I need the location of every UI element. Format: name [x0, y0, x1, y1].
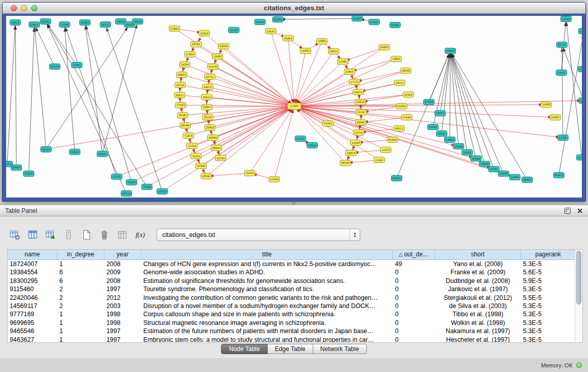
graph-node[interactable]: 16884 [317, 38, 328, 44]
graph-node[interactable]: 99084 [208, 135, 219, 141]
table-row[interactable]: 1830029562008Estimation of significance … [8, 277, 575, 285]
graph-node[interactable]: 41178 [208, 64, 219, 70]
graph-node[interactable]: 81820 [352, 16, 363, 21]
graph-node[interactable]: 76354 [245, 170, 255, 176]
graph-node[interactable]: 92450 [522, 177, 533, 183]
graph-node[interactable]: 14954 [445, 137, 455, 143]
graph-node[interactable]: 15164 [269, 177, 280, 182]
graph-node[interactable]: 32201 [300, 48, 311, 54]
graph-node[interactable]: 15722 [229, 27, 239, 33]
graph-node[interactable]: 18604 [480, 161, 490, 167]
graph-node[interactable]: 16162 [403, 92, 414, 97]
graph-node[interactable]: 99799 [180, 123, 191, 128]
graph-node[interactable]: 15951 [72, 62, 82, 68]
graph-node[interactable]: 13435 [556, 70, 567, 76]
graph-node[interactable]: 17330 [558, 135, 569, 141]
graph-node[interactable]: 35867 [202, 104, 212, 110]
table-row[interactable]: 977716911998Corpus callosum shape and si… [8, 310, 575, 318]
minimize-window-button[interactable] [21, 5, 27, 11]
graph-node[interactable]: 59055 [70, 149, 80, 155]
graph-node[interactable]: 30781 [178, 113, 188, 118]
table-row[interactable]: 946554611997Estimation of the future num… [8, 327, 575, 335]
graph-node[interactable]: 18010 [435, 111, 446, 116]
network-canvas[interactable]: 1724015822122141606117854142041803312752… [6, 16, 582, 198]
graph-node[interactable]: 26514 [121, 191, 132, 196]
graph-node[interactable]: 48508 [401, 68, 411, 74]
graph-node[interactable]: 44275 [203, 84, 213, 90]
graph-node[interactable]: 15664 [471, 156, 482, 161]
graph-node[interactable]: 48414 [211, 145, 222, 150]
graph-node[interactable]: 71254 [183, 133, 194, 139]
column-icon[interactable] [62, 228, 75, 242]
table-settings-icon[interactable] [8, 228, 21, 242]
delete-icon[interactable] [98, 228, 111, 242]
graph-node[interactable]: 92774 [557, 42, 568, 48]
graph-node[interactable]: 13216 [355, 99, 366, 105]
graph-node[interactable]: 47670 [381, 147, 391, 152]
graph-node[interactable]: 45345 [295, 136, 306, 142]
graph-node[interactable]: 16325 [579, 28, 582, 34]
window-titlebar[interactable]: citations_edges.txt [3, 3, 585, 14]
graph-node[interactable]: 11649 [351, 140, 361, 145]
graph-node[interactable]: 24850 [379, 45, 390, 50]
graph-node[interactable]: 67730 [577, 155, 582, 160]
graph-node[interactable]: 15644 [498, 171, 509, 177]
graph-node[interactable]: 76254 [126, 180, 137, 185]
graph-node[interactable]: 16061 [191, 41, 202, 47]
graph-node[interactable]: 76354 [191, 153, 202, 159]
graph-node[interactable]: 30902 [205, 125, 215, 130]
new-table-icon[interactable] [80, 228, 93, 242]
graph-node[interactable]: 48549 [340, 160, 351, 166]
graph-node[interactable]: 16045 [489, 166, 499, 172]
graph-node[interactable]: 15034 [215, 155, 226, 161]
graph-node[interactable]: 16747 [356, 110, 367, 115]
graph-node[interactable]: 49571 [394, 126, 405, 132]
graph-node[interactable]: 16049 [453, 143, 464, 149]
graph-node[interactable]: 20605 [11, 165, 22, 170]
table-scrollbar[interactable] [575, 250, 582, 342]
function-builder-icon[interactable]: f(x) [134, 228, 147, 242]
graph-node[interactable]: 17514 [369, 19, 380, 25]
graph-node[interactable]: 22040 [356, 120, 366, 125]
graph-node[interactable]: 74850 [391, 56, 402, 62]
graph-node[interactable]: 18224 [133, 18, 143, 24]
zoom-window-button[interactable] [31, 5, 37, 11]
graph-node[interactable]: 17854 [185, 52, 195, 57]
graph-node[interactable]: 85492 [387, 137, 398, 143]
graph-node[interactable]: 18755 [41, 146, 52, 152]
graph-node[interactable]: 14204 [180, 62, 190, 68]
graph-node[interactable]: 20413 [29, 21, 40, 27]
column-header-name[interactable]: name [8, 250, 57, 259]
graph-node[interactable]: 67919 [424, 99, 434, 105]
graph-node[interactable]: 18033 [177, 72, 187, 78]
close-window-button[interactable] [11, 5, 17, 11]
table-row[interactable]: 2242004622012Investigating the contribut… [8, 294, 575, 302]
graph-node[interactable]: 12214 [199, 30, 210, 36]
graph-node[interactable]: 15011 [24, 171, 34, 177]
graph-node[interactable]: 15544 [402, 115, 412, 120]
graph-node[interactable]: 19146 [307, 142, 318, 148]
network-view[interactable]: 1724015822122141606117854142041803312752… [6, 16, 582, 198]
graph-node[interactable]: 50754 [354, 130, 364, 136]
column-header-short[interactable]: short [435, 250, 521, 259]
graph-node[interactable]: 81304 [273, 16, 284, 22]
graph-node[interactable]: 16545 [437, 131, 447, 137]
show-columns-icon[interactable] [26, 228, 39, 242]
table-select-dropdown[interactable]: citations_edges.txt ▲▼ [157, 229, 360, 241]
tab-network-table[interactable]: Network Table [313, 344, 367, 354]
graph-node[interactable]: 19448 [445, 48, 456, 54]
graph-node[interactable]: 18544 [201, 173, 212, 179]
graph-node[interactable]: 19341 [40, 18, 51, 24]
graph-node[interactable]: 15094 [579, 98, 582, 103]
graph-node[interactable]: 12125 [266, 28, 276, 34]
graph-node[interactable]: 19611 [329, 49, 339, 54]
tab-node-table[interactable]: Node Table [221, 344, 268, 354]
table-row[interactable]: 1872400712008Changes of HCN gene express… [8, 260, 575, 268]
column-header-in_degree[interactable]: in_degree [57, 250, 104, 259]
graph-node[interactable]: 17771 [350, 79, 360, 84]
delete-table-icon[interactable] [116, 228, 129, 242]
graph-node[interactable]: 12752 [175, 82, 186, 87]
scrollbar-thumb[interactable] [576, 251, 581, 304]
table-row[interactable]: 1456911722003Disruption of a novel membe… [8, 302, 575, 310]
graph-node[interactable]: 15024 [59, 21, 70, 27]
